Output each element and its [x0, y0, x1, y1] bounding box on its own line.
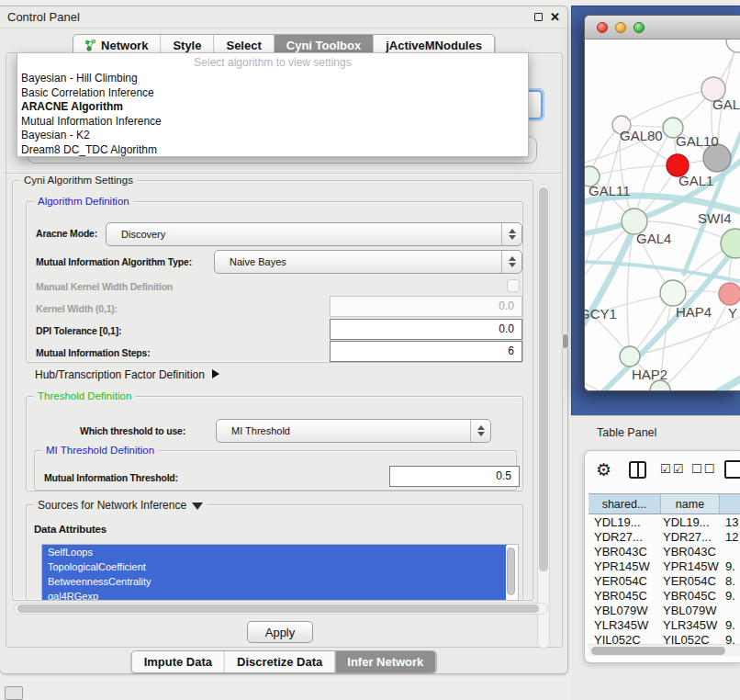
mi-type-select[interactable]: Naive Bayes	[214, 250, 522, 274]
sources-toggle[interactable]: Sources for Network Inference	[34, 499, 207, 512]
table-row[interactable]: YBL079WYBL079W	[589, 604, 740, 618]
table-row[interactable]: YDR27...YDR27...12	[589, 530, 740, 545]
expanded-arrow-icon	[192, 502, 203, 510]
collapsed-arrow-icon	[212, 369, 219, 378]
mi-threshold-label: Mutual Information Threshold:	[44, 472, 178, 483]
close-icon[interactable]: ✕	[550, 12, 560, 22]
table-cell: YER054C	[661, 574, 720, 589]
node-label-hap4: HAP4	[676, 304, 712, 320]
node-topnode[interactable]	[726, 40, 740, 52]
table-cell: 8.	[720, 574, 740, 589]
table-cell: YIL052C	[661, 633, 720, 644]
which-threshold-label: Which threshold to use:	[80, 425, 185, 436]
list-scrollbar-thumb[interactable]	[507, 548, 515, 595]
network-graph[interactable]: GALGAL80GAL10GAL1GAL11GAL4SWI4HAP4YGCY1H…	[585, 40, 740, 391]
table-cell: YBL079W	[661, 604, 720, 618]
control-panel-titlebar: Control Panel ✕	[0, 6, 567, 28]
table-cell: YIL052C	[589, 633, 661, 644]
which-threshold-select[interactable]: MI Threshold	[216, 419, 491, 443]
tab-label: Impute Data	[144, 655, 212, 669]
float-window-icon[interactable]	[534, 13, 543, 21]
network-canvas[interactable]: GALGAL80GAL10GAL1GAL11GAL4SWI4HAP4YGCY1H…	[585, 40, 740, 391]
algorithm-option-basic-correlation-inference[interactable]: Basic Correlation Inference	[17, 86, 528, 101]
dpi-tolerance-field[interactable]: 0.0	[330, 319, 522, 340]
tab-impute-data[interactable]: Impute Data	[132, 651, 224, 672]
list-scrollbar[interactable]	[506, 546, 517, 601]
deselect-all-checkboxes-icon[interactable]: ☐☐	[691, 462, 716, 476]
network-window-titlebar[interactable]	[585, 16, 740, 40]
file-icon[interactable]	[724, 460, 740, 479]
table-row[interactable]: YDL19...YDL19...13	[589, 515, 740, 530]
gear-icon[interactable]: ⚙	[596, 459, 611, 480]
table-cell: YBR045C	[661, 589, 720, 604]
table-cell: 9.	[720, 559, 740, 574]
table-row[interactable]: YBR045CYBR045C9.	[589, 589, 740, 604]
aracne-mode-select[interactable]: Discovery	[106, 222, 522, 246]
table-cell: 13	[720, 515, 740, 530]
tab-label: Select	[226, 39, 261, 52]
attribute-item-gal4rgexp[interactable]: gal4RGexp	[42, 589, 507, 601]
node-ypink[interactable]	[719, 283, 740, 305]
table-row[interactable]: YER054CYER054C8.	[589, 574, 740, 589]
scrollbar-thumb[interactable]	[591, 647, 725, 655]
zoom-traffic-light-icon[interactable]	[633, 22, 645, 33]
network-icon	[85, 40, 96, 51]
mi-steps-field[interactable]: 6	[330, 341, 522, 362]
minimized-panel-icon[interactable]	[5, 686, 23, 700]
algorithm-option-bayesian-k2[interactable]: Bayesian - K2	[17, 129, 528, 143]
table-cell: YBR043C	[589, 545, 661, 559]
select-all-checkboxes-icon[interactable]: ☑☑	[660, 462, 685, 476]
screen: Control Panel ✕ NetworkStyleSelectCyni T…	[0, 0, 740, 700]
algorithm-dropdown-popup: Select algorithm to view settings Bayesi…	[17, 52, 529, 157]
control-panel-title: Control Panel	[7, 10, 80, 24]
mi-type-label: Mutual Information Algorithm Type:	[36, 256, 192, 267]
table-row[interactable]: YLR345WYLR345W9.	[589, 618, 740, 633]
data-attributes-list[interactable]: SelfLoopsTopologicalCoefficientBetweenne…	[41, 544, 519, 601]
sources-group: Sources for Network Inference Data Attri…	[26, 504, 523, 600]
node-label-red: GAL1	[678, 173, 713, 188]
tab-infer-network[interactable]: Infer Network	[334, 651, 435, 672]
minimize-traffic-light-icon[interactable]	[615, 22, 626, 33]
sources-title: Sources for Network Inference	[38, 499, 186, 512]
node-hap4[interactable]	[660, 280, 686, 306]
table-toolbar: ⚙ ☑☑ ☐☐	[585, 451, 740, 492]
node-hap2[interactable]	[620, 346, 640, 367]
panel-divider-handle[interactable]	[563, 334, 568, 348]
threshold-definition-group: Threshold Definition Which threshold to …	[26, 396, 523, 491]
close-traffic-light-icon[interactable]	[597, 22, 608, 33]
tab-label: Style	[173, 39, 201, 52]
highlighted-edge-5[interactable]	[693, 363, 740, 391]
attribute-item-selfloops[interactable]: SelfLoops	[42, 545, 507, 559]
scrollbar-thumb[interactable]	[17, 604, 539, 613]
table-row[interactable]: YBR043CYBR043C	[589, 545, 740, 559]
algorithm-option-bayesian-hill-climbing[interactable]: Bayesian - Hill Climbing	[17, 72, 528, 86]
hub-definition-toggle[interactable]: Hub/Transcription Factor Definition	[35, 368, 219, 381]
group-title: Cyni Algorithm Settings	[20, 175, 137, 186]
table-horizontal-scrollbar[interactable]	[589, 644, 740, 656]
algorithm-option-dream8-dc-tdc-algorithm[interactable]: Dream8 DC_TDC Algorithm	[17, 143, 528, 158]
attribute-item-betweennesscentrality[interactable]: BetweennessCentrality	[42, 574, 507, 589]
column-header-cut[interactable]	[720, 494, 740, 514]
tab-label: jActiveMNodules	[386, 39, 482, 52]
attribute-item-topologicalcoefficient[interactable]: TopologicalCoefficient	[42, 559, 507, 574]
table-cell: YDL19...	[589, 515, 661, 530]
apply-button[interactable]: Apply	[247, 621, 313, 643]
table-row[interactable]: YPR145WYPR145W9.	[589, 559, 740, 574]
mi-threshold-field[interactable]: 0.5	[389, 466, 520, 487]
edge-red-gal11[interactable]	[589, 165, 678, 176]
algorithm-option-mutual-information-inference[interactable]: Mutual Information Inference	[17, 115, 528, 130]
settings-horizontal-scrollbar[interactable]	[14, 603, 548, 615]
column-header-shared[interactable]: shared...	[589, 494, 661, 514]
settings-vertical-scrollbar[interactable]	[537, 184, 550, 649]
node-label-gal10: GAL10	[676, 133, 719, 149]
table-row[interactable]: YIL052CYIL052C9.	[589, 633, 740, 644]
scrollbar-thumb[interactable]	[539, 187, 548, 571]
table-header: shared...name	[589, 493, 740, 514]
column-header-name[interactable]: name	[661, 494, 720, 514]
node-swi4[interactable]	[721, 229, 740, 258]
table-body: YDL19...YDL19...13YDR27...YDR27...12YBR0…	[589, 515, 740, 644]
table-cell: YBR043C	[661, 545, 720, 559]
tab-discretize-data[interactable]: Discretize Data	[224, 651, 334, 672]
algorithm-option-aracne-algorithm[interactable]: ARACNE Algorithm	[17, 100, 528, 115]
column-layout-icon[interactable]	[629, 461, 646, 479]
